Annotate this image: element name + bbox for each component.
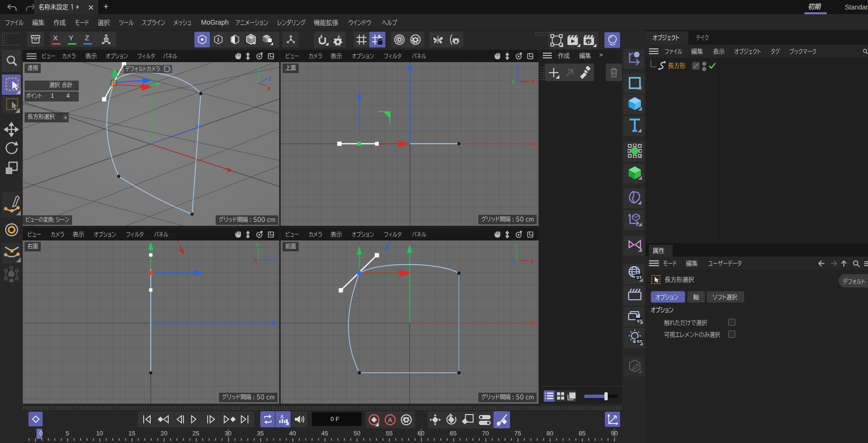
svg-text:Y: Y <box>514 243 518 249</box>
svg-text:ST: ST <box>636 275 642 280</box>
svg-text:Z: Z <box>515 65 519 70</box>
svg-text:A: A <box>388 416 393 424</box>
svg-text:Y: Y <box>256 65 260 71</box>
svg-text:Z: Z <box>512 258 515 264</box>
svg-text:X: X <box>531 79 535 85</box>
svg-text:Y: Y <box>512 79 515 85</box>
svg-text:Y: Y <box>256 242 260 248</box>
svg-text:X: X <box>254 258 258 263</box>
svg-text:Z: Z <box>268 76 272 82</box>
svg-text:X: X <box>530 258 534 264</box>
svg-text:X: X <box>267 86 271 92</box>
svg-text:Z: Z <box>272 258 275 263</box>
svg-text:ST: ST <box>637 339 642 344</box>
svg-text:A: A <box>281 414 284 419</box>
